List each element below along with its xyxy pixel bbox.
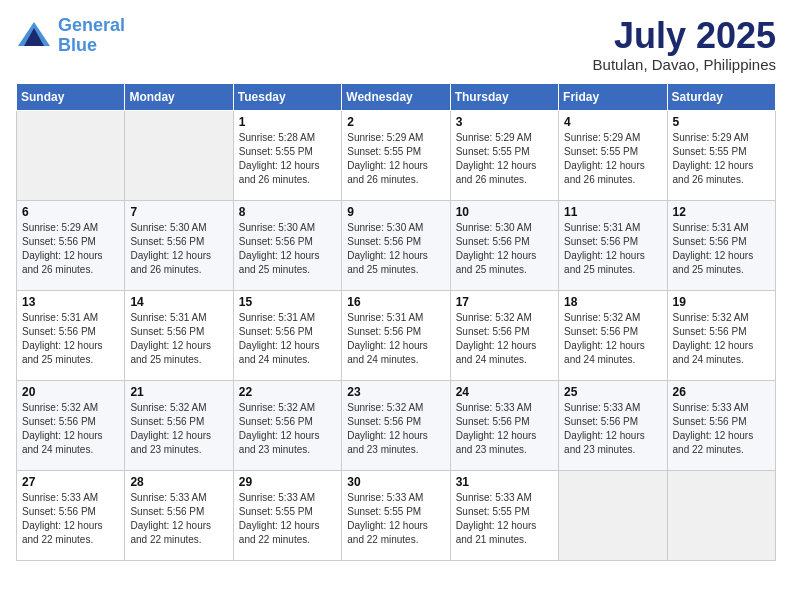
day-info: Sunrise: 5:29 AM Sunset: 5:55 PM Dayligh… — [673, 131, 770, 187]
weekday-header-thursday: Thursday — [450, 83, 558, 110]
day-info: Sunrise: 5:32 AM Sunset: 5:56 PM Dayligh… — [347, 401, 444, 457]
weekday-header-sunday: Sunday — [17, 83, 125, 110]
day-info: Sunrise: 5:32 AM Sunset: 5:56 PM Dayligh… — [130, 401, 227, 457]
day-info: Sunrise: 5:32 AM Sunset: 5:56 PM Dayligh… — [673, 311, 770, 367]
day-number: 20 — [22, 385, 119, 399]
day-info: Sunrise: 5:33 AM Sunset: 5:56 PM Dayligh… — [673, 401, 770, 457]
day-info: Sunrise: 5:33 AM Sunset: 5:56 PM Dayligh… — [564, 401, 661, 457]
day-number: 14 — [130, 295, 227, 309]
weekday-header-tuesday: Tuesday — [233, 83, 341, 110]
day-info: Sunrise: 5:33 AM Sunset: 5:56 PM Dayligh… — [456, 401, 553, 457]
day-number: 11 — [564, 205, 661, 219]
calendar-cell: 6Sunrise: 5:29 AM Sunset: 5:56 PM Daylig… — [17, 200, 125, 290]
day-number: 5 — [673, 115, 770, 129]
day-info: Sunrise: 5:32 AM Sunset: 5:56 PM Dayligh… — [564, 311, 661, 367]
day-number: 4 — [564, 115, 661, 129]
weekday-header-friday: Friday — [559, 83, 667, 110]
day-number: 6 — [22, 205, 119, 219]
calendar-cell: 29Sunrise: 5:33 AM Sunset: 5:55 PM Dayli… — [233, 470, 341, 560]
month-year: July 2025 — [593, 16, 776, 56]
day-number: 18 — [564, 295, 661, 309]
calendar-cell — [559, 470, 667, 560]
day-number: 16 — [347, 295, 444, 309]
calendar-cell: 27Sunrise: 5:33 AM Sunset: 5:56 PM Dayli… — [17, 470, 125, 560]
calendar-cell — [125, 110, 233, 200]
day-info: Sunrise: 5:30 AM Sunset: 5:56 PM Dayligh… — [130, 221, 227, 277]
calendar-cell: 30Sunrise: 5:33 AM Sunset: 5:55 PM Dayli… — [342, 470, 450, 560]
logo: General Blue — [16, 16, 125, 56]
day-info: Sunrise: 5:31 AM Sunset: 5:56 PM Dayligh… — [347, 311, 444, 367]
calendar-cell: 2Sunrise: 5:29 AM Sunset: 5:55 PM Daylig… — [342, 110, 450, 200]
day-number: 19 — [673, 295, 770, 309]
day-info: Sunrise: 5:29 AM Sunset: 5:55 PM Dayligh… — [564, 131, 661, 187]
calendar-cell: 10Sunrise: 5:30 AM Sunset: 5:56 PM Dayli… — [450, 200, 558, 290]
day-number: 17 — [456, 295, 553, 309]
day-number: 30 — [347, 475, 444, 489]
calendar-cell: 28Sunrise: 5:33 AM Sunset: 5:56 PM Dayli… — [125, 470, 233, 560]
calendar-cell: 4Sunrise: 5:29 AM Sunset: 5:55 PM Daylig… — [559, 110, 667, 200]
calendar-cell: 16Sunrise: 5:31 AM Sunset: 5:56 PM Dayli… — [342, 290, 450, 380]
day-info: Sunrise: 5:31 AM Sunset: 5:56 PM Dayligh… — [239, 311, 336, 367]
day-info: Sunrise: 5:32 AM Sunset: 5:56 PM Dayligh… — [239, 401, 336, 457]
day-info: Sunrise: 5:30 AM Sunset: 5:56 PM Dayligh… — [347, 221, 444, 277]
day-info: Sunrise: 5:33 AM Sunset: 5:55 PM Dayligh… — [239, 491, 336, 547]
day-number: 21 — [130, 385, 227, 399]
day-info: Sunrise: 5:31 AM Sunset: 5:56 PM Dayligh… — [130, 311, 227, 367]
day-number: 24 — [456, 385, 553, 399]
day-info: Sunrise: 5:28 AM Sunset: 5:55 PM Dayligh… — [239, 131, 336, 187]
day-number: 8 — [239, 205, 336, 219]
day-number: 31 — [456, 475, 553, 489]
day-number: 7 — [130, 205, 227, 219]
weekday-header-monday: Monday — [125, 83, 233, 110]
calendar-cell: 15Sunrise: 5:31 AM Sunset: 5:56 PM Dayli… — [233, 290, 341, 380]
weekday-header-saturday: Saturday — [667, 83, 775, 110]
week-row-5: 27Sunrise: 5:33 AM Sunset: 5:56 PM Dayli… — [17, 470, 776, 560]
calendar-cell: 12Sunrise: 5:31 AM Sunset: 5:56 PM Dayli… — [667, 200, 775, 290]
day-number: 3 — [456, 115, 553, 129]
day-number: 27 — [22, 475, 119, 489]
day-number: 26 — [673, 385, 770, 399]
week-row-2: 6Sunrise: 5:29 AM Sunset: 5:56 PM Daylig… — [17, 200, 776, 290]
page-header: General Blue July 2025 Butulan, Davao, P… — [16, 16, 776, 73]
day-info: Sunrise: 5:32 AM Sunset: 5:56 PM Dayligh… — [456, 311, 553, 367]
calendar-cell: 18Sunrise: 5:32 AM Sunset: 5:56 PM Dayli… — [559, 290, 667, 380]
day-info: Sunrise: 5:32 AM Sunset: 5:56 PM Dayligh… — [22, 401, 119, 457]
calendar-cell: 7Sunrise: 5:30 AM Sunset: 5:56 PM Daylig… — [125, 200, 233, 290]
calendar-cell: 9Sunrise: 5:30 AM Sunset: 5:56 PM Daylig… — [342, 200, 450, 290]
day-info: Sunrise: 5:29 AM Sunset: 5:55 PM Dayligh… — [456, 131, 553, 187]
calendar-cell: 23Sunrise: 5:32 AM Sunset: 5:56 PM Dayli… — [342, 380, 450, 470]
day-info: Sunrise: 5:29 AM Sunset: 5:55 PM Dayligh… — [347, 131, 444, 187]
calendar-cell — [667, 470, 775, 560]
calendar-cell: 19Sunrise: 5:32 AM Sunset: 5:56 PM Dayli… — [667, 290, 775, 380]
calendar-cell: 22Sunrise: 5:32 AM Sunset: 5:56 PM Dayli… — [233, 380, 341, 470]
day-info: Sunrise: 5:33 AM Sunset: 5:55 PM Dayligh… — [456, 491, 553, 547]
calendar-cell: 5Sunrise: 5:29 AM Sunset: 5:55 PM Daylig… — [667, 110, 775, 200]
calendar-cell: 25Sunrise: 5:33 AM Sunset: 5:56 PM Dayli… — [559, 380, 667, 470]
day-number: 22 — [239, 385, 336, 399]
day-info: Sunrise: 5:31 AM Sunset: 5:56 PM Dayligh… — [673, 221, 770, 277]
calendar-cell: 8Sunrise: 5:30 AM Sunset: 5:56 PM Daylig… — [233, 200, 341, 290]
day-number: 15 — [239, 295, 336, 309]
day-info: Sunrise: 5:29 AM Sunset: 5:56 PM Dayligh… — [22, 221, 119, 277]
day-info: Sunrise: 5:33 AM Sunset: 5:55 PM Dayligh… — [347, 491, 444, 547]
day-number: 9 — [347, 205, 444, 219]
week-row-1: 1Sunrise: 5:28 AM Sunset: 5:55 PM Daylig… — [17, 110, 776, 200]
week-row-4: 20Sunrise: 5:32 AM Sunset: 5:56 PM Dayli… — [17, 380, 776, 470]
day-number: 28 — [130, 475, 227, 489]
day-info: Sunrise: 5:31 AM Sunset: 5:56 PM Dayligh… — [564, 221, 661, 277]
calendar-cell: 17Sunrise: 5:32 AM Sunset: 5:56 PM Dayli… — [450, 290, 558, 380]
calendar-cell: 3Sunrise: 5:29 AM Sunset: 5:55 PM Daylig… — [450, 110, 558, 200]
location: Butulan, Davao, Philippines — [593, 56, 776, 73]
day-number: 13 — [22, 295, 119, 309]
logo-line1: General — [58, 15, 125, 35]
day-number: 25 — [564, 385, 661, 399]
calendar-cell: 20Sunrise: 5:32 AM Sunset: 5:56 PM Dayli… — [17, 380, 125, 470]
day-number: 2 — [347, 115, 444, 129]
day-number: 1 — [239, 115, 336, 129]
logo-icon — [16, 18, 52, 54]
calendar: SundayMondayTuesdayWednesdayThursdayFrid… — [16, 83, 776, 561]
calendar-cell: 13Sunrise: 5:31 AM Sunset: 5:56 PM Dayli… — [17, 290, 125, 380]
title-block: July 2025 Butulan, Davao, Philippines — [593, 16, 776, 73]
day-number: 12 — [673, 205, 770, 219]
calendar-cell: 24Sunrise: 5:33 AM Sunset: 5:56 PM Dayli… — [450, 380, 558, 470]
